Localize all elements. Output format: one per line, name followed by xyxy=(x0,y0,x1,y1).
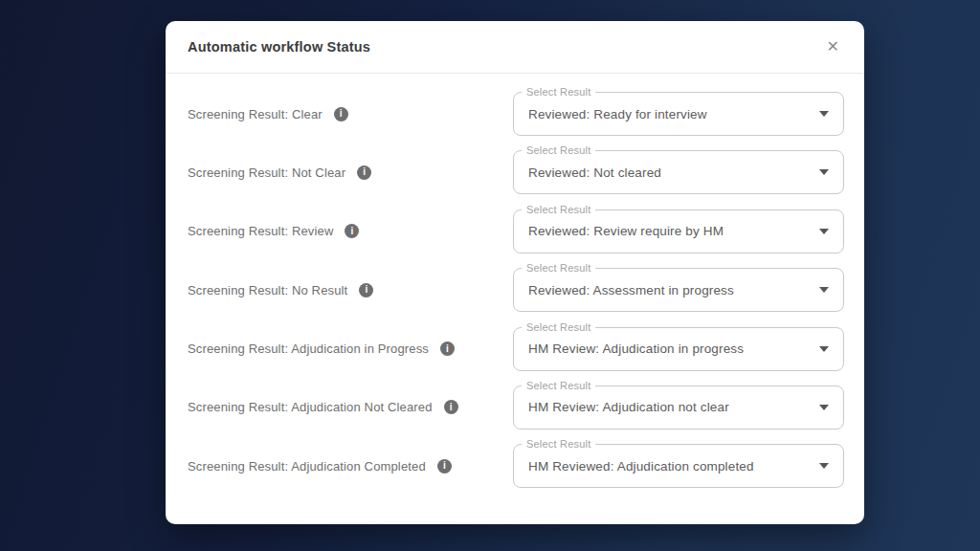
row-label-group: Screening Result: Clear i xyxy=(188,107,348,121)
info-icon[interactable]: i xyxy=(440,342,455,356)
select-floating-label: Select Result xyxy=(522,261,595,275)
result-select[interactable]: Select Result Reviewed: Review require b… xyxy=(513,209,844,253)
row-label: Screening Result: Adjudication Not Clear… xyxy=(188,400,433,414)
select-floating-label: Select Result xyxy=(522,203,595,216)
row-label-group: Screening Result: No Result i xyxy=(188,283,373,298)
select-floating-label: Select Result xyxy=(522,379,595,392)
app-background: { "modal": { "title": "Automatic workflo… xyxy=(0,0,980,551)
chevron-down-icon xyxy=(819,405,829,410)
row-label-group: Screening Result: Adjudication in Progre… xyxy=(188,342,455,356)
row-label: Screening Result: No Result xyxy=(188,283,347,298)
row-label-group: Screening Result: Review i xyxy=(188,224,359,238)
row-label-group: Screening Result: Not Clear i xyxy=(188,165,371,180)
workflow-row: Screening Result: Adjudication Not Clear… xyxy=(188,386,844,430)
select-value: Reviewed: Assessment in progress xyxy=(528,283,734,298)
modal-content: Screening Result: Clear i Select Result … xyxy=(166,74,864,488)
chevron-down-icon xyxy=(819,463,829,469)
chevron-down-icon xyxy=(819,111,829,117)
result-select[interactable]: Select Result HM Reviewed: Adjudication … xyxy=(513,444,844,488)
select-floating-label: Select Result xyxy=(522,437,595,451)
chevron-down-icon xyxy=(819,287,829,293)
select-floating-label: Select Result xyxy=(522,320,595,334)
row-label-group: Screening Result: Adjudication Not Clear… xyxy=(188,400,458,414)
workflow-status-modal: Automatic workflow Status ✕ Screening Re… xyxy=(166,21,864,524)
chevron-down-icon xyxy=(819,169,829,175)
info-icon[interactable]: i xyxy=(444,400,458,414)
info-icon[interactable]: i xyxy=(334,107,348,121)
result-select[interactable]: Select Result Reviewed: Assessment in pr… xyxy=(513,268,844,312)
row-label: Screening Result: Adjudication Completed xyxy=(188,459,426,474)
modal-title: Automatic workflow Status xyxy=(188,39,370,55)
result-select[interactable]: Select Result HM Review: Adjudication no… xyxy=(513,386,844,430)
workflow-row: Screening Result: Adjudication Completed… xyxy=(188,444,844,488)
info-icon[interactable]: i xyxy=(345,224,359,238)
chevron-down-icon xyxy=(819,346,829,352)
result-select[interactable]: Select Result Reviewed: Not cleared xyxy=(513,150,844,194)
result-select[interactable]: Select Result HM Review: Adjudication in… xyxy=(513,327,844,371)
info-icon[interactable]: i xyxy=(437,459,452,474)
workflow-row: Screening Result: Not Clear i Select Res… xyxy=(188,150,844,194)
select-value: Reviewed: Review require by HM xyxy=(528,224,724,238)
info-icon[interactable]: i xyxy=(357,165,371,180)
modal-header: Automatic workflow Status ✕ xyxy=(166,21,864,74)
row-label: Screening Result: Review xyxy=(188,224,333,238)
workflow-row: Screening Result: Adjudication in Progre… xyxy=(188,327,844,371)
select-floating-label: Select Result xyxy=(522,143,595,157)
close-icon[interactable]: ✕ xyxy=(821,35,845,58)
row-label: Screening Result: Adjudication in Progre… xyxy=(188,342,429,356)
select-value: HM Reviewed: Adjudication completed xyxy=(528,459,754,474)
chevron-down-icon xyxy=(819,229,829,234)
select-floating-label: Select Result xyxy=(522,85,595,99)
row-label-group: Screening Result: Adjudication Completed… xyxy=(188,459,452,474)
workflow-row: Screening Result: Review i Select Result… xyxy=(188,209,844,253)
workflow-row: Screening Result: No Result i Select Res… xyxy=(188,268,844,312)
info-icon[interactable]: i xyxy=(359,283,373,298)
workflow-row: Screening Result: Clear i Select Result … xyxy=(188,92,844,136)
select-value: Reviewed: Not cleared xyxy=(528,165,661,180)
result-select[interactable]: Select Result Reviewed: Ready for interv… xyxy=(513,92,844,136)
select-value: Reviewed: Ready for interview xyxy=(528,107,707,121)
row-label: Screening Result: Clear xyxy=(188,107,323,121)
row-label: Screening Result: Not Clear xyxy=(188,165,345,180)
select-value: HM Review: Adjudication in progress xyxy=(528,342,744,356)
select-value: HM Review: Adjudication not clear xyxy=(528,400,729,414)
